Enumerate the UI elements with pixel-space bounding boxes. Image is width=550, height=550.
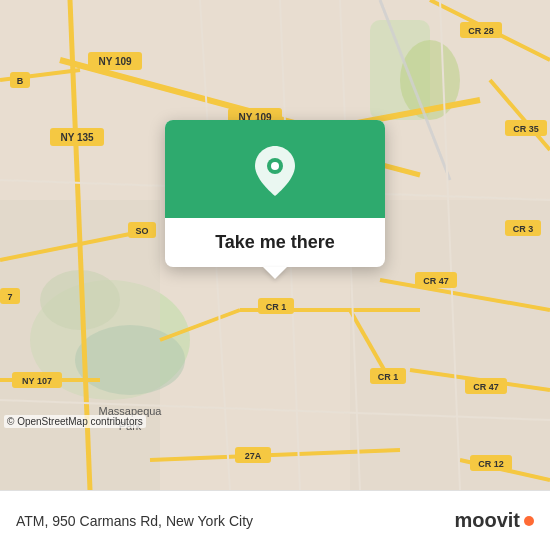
footer: ATM, 950 Carmans Rd, New York City moovi… <box>0 490 550 550</box>
svg-text:CR 47: CR 47 <box>423 276 449 286</box>
map-container: NY 109 NY 109 NY 109 NY 135 CR 28 CR 35 … <box>0 0 550 490</box>
popup-card: Take me there <box>165 120 385 267</box>
svg-text:CR 12: CR 12 <box>478 459 504 469</box>
svg-text:7: 7 <box>7 292 12 302</box>
svg-text:NY 135: NY 135 <box>60 132 94 143</box>
svg-text:CR 47: CR 47 <box>473 382 499 392</box>
svg-point-71 <box>271 162 279 170</box>
svg-text:NY 107: NY 107 <box>22 376 52 386</box>
moovit-wordmark: moovit <box>454 509 520 532</box>
svg-text:CR 1: CR 1 <box>266 302 287 312</box>
location-pin-icon <box>253 144 297 198</box>
svg-text:SO: SO <box>135 226 148 236</box>
moovit-dot <box>524 516 534 526</box>
svg-text:CR 28: CR 28 <box>468 26 494 36</box>
svg-text:CR 3: CR 3 <box>513 224 534 234</box>
popup-header <box>165 120 385 218</box>
svg-text:27A: 27A <box>245 451 262 461</box>
svg-text:CR 1: CR 1 <box>378 372 399 382</box>
moovit-logo: moovit <box>454 509 534 532</box>
svg-text:CR 35: CR 35 <box>513 124 539 134</box>
svg-text:B: B <box>17 76 24 86</box>
location-text: ATM, 950 Carmans Rd, New York City <box>16 513 253 529</box>
svg-text:NY 109: NY 109 <box>98 56 132 67</box>
popup-button[interactable]: Take me there <box>195 218 355 267</box>
map-attribution: © OpenStreetMap contributors <box>4 415 146 428</box>
